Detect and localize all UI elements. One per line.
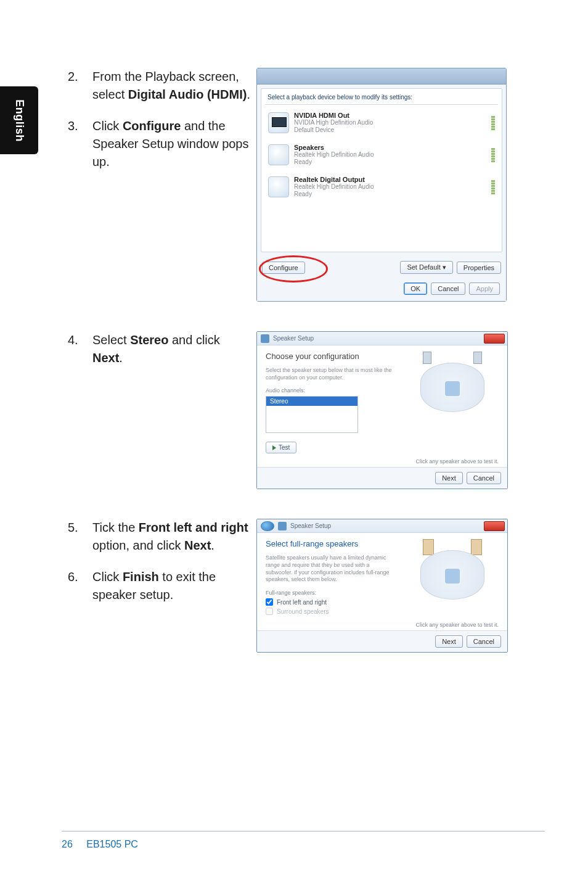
cancel-button[interactable]: Cancel: [467, 635, 501, 648]
language-tab-label: English: [13, 99, 26, 142]
wizard-titlebar: Speaker Setup: [257, 332, 507, 345]
sound-playback-dialog: Select a playback device below to modify…: [256, 68, 507, 302]
properties-button[interactable]: Properties: [457, 262, 501, 274]
audio-channels-listbox[interactable]: Stereo: [266, 396, 358, 433]
step-text: From the Playback screen, select Digital…: [92, 68, 253, 104]
apply-button[interactable]: Apply: [469, 283, 500, 295]
speaker-right-icon[interactable]: [473, 352, 482, 364]
wizard-heading: Select full-range speakers: [266, 539, 398, 548]
steps-block-3: 5.Tick the Front left and right option, …: [68, 519, 253, 604]
step-number: 5.: [68, 519, 92, 555]
close-icon[interactable]: [484, 334, 505, 344]
surround-checkbox[interactable]: Surround speakers: [266, 608, 398, 615]
speaker-device-icon: [268, 144, 289, 165]
wizard-hint: Click any speaker above to test it.: [257, 622, 507, 630]
step-text: Click Finish to exit the speaker setup.: [92, 568, 253, 604]
page-footer: 26 EB1505 PC: [62, 839, 138, 850]
steps-block-1: 2.From the Playback screen, select Digit…: [68, 68, 253, 171]
step-number: 2.: [68, 68, 92, 104]
front-left-right-input[interactable]: [266, 598, 273, 606]
close-icon[interactable]: [484, 521, 505, 531]
step-item: 4.Select Stereo and click Next.: [68, 331, 253, 367]
step-item: 2.From the Playback screen, select Digit…: [68, 68, 253, 104]
listener-icon: [445, 569, 460, 584]
speaker-diagram[interactable]: [409, 352, 496, 419]
playback-device-item[interactable]: Realtek Digital OutputRealtek High Defin…: [265, 171, 498, 202]
speaker-icon: [278, 522, 287, 530]
monitor-icon: [268, 112, 289, 133]
back-icon[interactable]: [261, 521, 274, 531]
step-text: Tick the Front left and right option, an…: [92, 519, 253, 555]
speaker-diagram[interactable]: [409, 539, 496, 607]
language-tab: English: [0, 86, 38, 154]
configure-button[interactable]: Configure: [262, 262, 305, 274]
step-number: 3.: [68, 117, 92, 171]
full-range-label: Full-range speakers:: [266, 590, 398, 596]
next-button[interactable]: Next: [435, 635, 463, 648]
speaker-device-icon: [268, 176, 289, 197]
playback-device-item[interactable]: SpeakersRealtek High Definition AudioRea…: [265, 139, 498, 170]
step-number: 6.: [68, 568, 92, 604]
ok-button[interactable]: OK: [404, 283, 427, 295]
dialog-tabstrip: [257, 68, 506, 85]
chevron-down-icon: ▾: [443, 263, 446, 271]
wizard-title: Speaker Setup: [273, 335, 314, 342]
speaker-left-icon[interactable]: [423, 539, 434, 555]
wizard-desc: Satellite speakers usually have a limite…: [266, 555, 398, 584]
audio-channels-label: Audio channels:: [266, 387, 398, 394]
step-number: 4.: [68, 331, 92, 367]
level-meter-icon: [491, 148, 495, 162]
page-number: 26: [62, 839, 73, 849]
step-text: Select Stereo and click Next.: [92, 331, 253, 367]
next-button[interactable]: Next: [435, 472, 463, 484]
playback-device-item[interactable]: NVIDIA HDMI OutNVIDIA High Definition Au…: [265, 107, 498, 138]
wizard-title: Speaker Setup: [290, 522, 331, 529]
test-button[interactable]: Test: [266, 442, 296, 453]
speaker-setup-wizard-2: Speaker Setup Select full-range speakers…: [256, 519, 508, 653]
level-meter-icon: [491, 116, 495, 130]
play-icon: [272, 445, 276, 450]
speaker-icon: [261, 334, 269, 343]
audio-channels-selected[interactable]: Stereo: [266, 397, 357, 406]
step-item: 6.Click Finish to exit the speaker setup…: [68, 568, 253, 604]
speaker-left-icon[interactable]: [423, 352, 431, 364]
playback-caption: Select a playback device below to modify…: [265, 93, 498, 105]
step-item: 5.Tick the Front left and right option, …: [68, 519, 253, 555]
wizard-heading: Choose your configuration: [266, 352, 398, 361]
wizard-desc: Select the speaker setup below that is m…: [266, 367, 398, 381]
cancel-button[interactable]: Cancel: [467, 472, 501, 484]
speaker-right-icon[interactable]: [471, 539, 482, 555]
surround-input: [266, 608, 273, 615]
front-left-right-checkbox[interactable]: Front left and right: [266, 598, 398, 606]
set-default-button[interactable]: Set Default ▾: [400, 261, 452, 274]
level-meter-icon: [491, 180, 495, 194]
listener-icon: [445, 381, 460, 396]
speaker-setup-wizard-1: Speaker Setup Choose your configuration …: [256, 331, 508, 489]
footer-rule: [62, 831, 545, 831]
wizard-hint: Click any speaker above to test it.: [257, 458, 507, 467]
step-text: Click Configure and the Speaker Setup wi…: [92, 117, 253, 171]
footer-title: EB1505 PC: [86, 839, 138, 849]
wizard-titlebar: Speaker Setup: [257, 519, 507, 533]
step-item: 3.Click Configure and the Speaker Setup …: [68, 117, 253, 171]
cancel-button[interactable]: Cancel: [431, 283, 465, 295]
steps-block-2: 4.Select Stereo and click Next.: [68, 331, 253, 367]
